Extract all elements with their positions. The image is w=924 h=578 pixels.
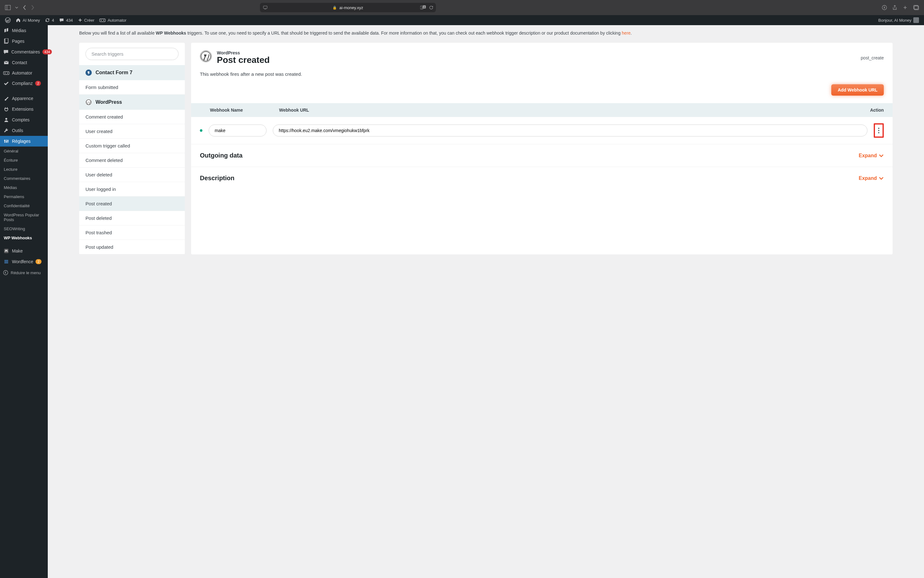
translate-icon[interactable]: 文A (420, 5, 426, 10)
trigger-item-user-logged-in[interactable]: User logged in (79, 182, 185, 196)
svg-rect-18 (3, 72, 9, 75)
share-icon[interactable] (893, 5, 897, 10)
section-title: Description (200, 175, 235, 182)
user-greeting[interactable]: Bonjour, AI Money (878, 17, 921, 23)
avatar (913, 17, 919, 23)
action-menu-highlight (874, 123, 884, 138)
comments-link[interactable]: 434 (57, 15, 75, 25)
brush-icon (3, 96, 10, 101)
sidebar-item-apparence[interactable]: Apparence (0, 93, 48, 104)
sidebar-item-comptes[interactable]: Comptes (0, 114, 48, 125)
svg-point-21 (5, 118, 7, 120)
trigger-item-post-deleted[interactable]: Post deleted (79, 211, 185, 226)
sidebar-item-make[interactable]: Make (0, 245, 48, 256)
section-title: Outgoing data (200, 152, 243, 159)
section-outgoing-data: Outgoing data Expand (191, 144, 893, 167)
collapse-menu[interactable]: Réduire le menu (0, 267, 48, 278)
wordpress-icon (86, 99, 92, 106)
sidebar-sub-wp-webhooks[interactable]: WP Webhooks (0, 233, 48, 242)
integration-name: WordPress (217, 50, 856, 55)
media-icon (3, 28, 10, 33)
sidebar-sub-confidentialité[interactable]: Confidentialité (0, 201, 48, 210)
docs-link[interactable]: here (621, 31, 631, 36)
intro-text: Below you will find a list of all availa… (54, 25, 918, 43)
download-icon[interactable] (882, 5, 887, 10)
sidebar-item-pages[interactable]: Pages (0, 36, 48, 47)
status-dot (200, 129, 202, 132)
trigger-item-comment-deleted[interactable]: Comment deleted (79, 153, 185, 167)
svg-point-29 (3, 270, 8, 275)
svg-text:文: 文 (421, 6, 423, 9)
new-tab-icon[interactable] (903, 5, 908, 10)
search-triggers-input[interactable] (86, 48, 178, 60)
automator-link[interactable]: Automator (97, 15, 129, 25)
sidebar-item-commentaires[interactable]: Commentaires434 (0, 47, 48, 57)
sidebar-sub-commentaires[interactable]: Commentaires (0, 174, 48, 183)
sidebar-sub-lecture[interactable]: Lecture (0, 165, 48, 174)
chevron-down-icon (879, 154, 884, 157)
sidebar-sub-permaliens[interactable]: Permaliens (0, 192, 48, 201)
trigger-item-post-updated[interactable]: Post updated (79, 240, 185, 255)
url-bar[interactable]: 🔒 ai-money.xyz 文A (260, 3, 436, 12)
wp-logo[interactable] (3, 15, 13, 25)
cf7-icon (86, 70, 92, 76)
lock-icon: 🔒 (333, 6, 337, 10)
svg-rect-2 (263, 6, 267, 8)
svg-rect-22 (5, 140, 5, 143)
chevron-down-icon (879, 177, 884, 180)
sidebar-item-automator[interactable]: Automator (0, 68, 48, 78)
sidebar-sub-médias[interactable]: Médias (0, 183, 48, 192)
badge: 434 (42, 49, 52, 54)
sidebar-toggle-icon[interactable] (5, 5, 11, 10)
page-icon (3, 38, 10, 44)
forward-button[interactable] (31, 5, 35, 10)
sidebar-sub-wordpress-popular-posts[interactable]: WordPress Popular Posts (0, 210, 48, 224)
svg-rect-23 (6, 140, 6, 143)
webhook-url-input[interactable] (273, 125, 867, 136)
back-button[interactable] (23, 5, 26, 10)
badge: 2 (35, 81, 41, 86)
sidebar-sub-seowriting[interactable]: SEOWriting (0, 224, 48, 233)
svg-point-20 (7, 73, 8, 73)
trigger-item-form-submitted[interactable]: Form submitted (79, 80, 185, 95)
trigger-item-user-created[interactable]: User created (79, 124, 185, 139)
sidebar-sub-écriture[interactable]: Écriture (0, 156, 48, 165)
sidebar-item-complianz[interactable]: Complianz2 (0, 78, 48, 89)
user-icon (3, 117, 10, 123)
trigger-item-custom-trigger-called[interactable]: Custom trigger called (79, 139, 185, 153)
sidebar-sub-général[interactable]: Général (0, 146, 48, 156)
settings-icon (3, 138, 10, 144)
svg-rect-26 (6, 141, 7, 142)
expand-button[interactable]: Expand (859, 153, 884, 159)
url-text: ai-money.xyz (340, 5, 363, 10)
sidebar-item-extensions[interactable]: Extensions (0, 104, 48, 114)
sidebar-item-wordfence[interactable]: Wordfence2 (0, 256, 48, 267)
tabs-icon[interactable] (913, 5, 919, 10)
trigger-slug: post_create (861, 55, 884, 60)
expand-button[interactable]: Expand (859, 175, 884, 181)
updates-link[interactable]: 4 (42, 15, 57, 25)
sidebar-item-médias[interactable]: Médias (0, 25, 48, 36)
site-link[interactable]: AI Money (13, 15, 42, 25)
sidebar-item-réglages[interactable]: Réglages (0, 136, 48, 146)
badge: 2 (36, 259, 41, 264)
device-icon (263, 6, 267, 10)
reload-icon[interactable] (429, 5, 434, 10)
trigger-item-user-deleted[interactable]: User deleted (79, 167, 185, 182)
trigger-item-comment-created[interactable]: Comment created (79, 110, 185, 124)
wordpress-logo-icon (200, 50, 212, 62)
tool-icon (3, 128, 10, 133)
chevron-down-icon[interactable] (15, 6, 18, 8)
webhook-name-input[interactable] (209, 125, 267, 136)
action-menu-button[interactable] (876, 128, 881, 133)
sidebar-item-outils[interactable]: Outils (0, 125, 48, 136)
trigger-group-contact-form-7: Contact Form 7 (79, 65, 185, 80)
trigger-item-post-created[interactable]: Post created (79, 196, 185, 211)
trigger-item-post-trashed[interactable]: Post trashed (79, 226, 185, 240)
add-webhook-url-button[interactable]: Add Webhook URL (831, 84, 884, 96)
sidebar-item-contact[interactable]: Contact (0, 57, 48, 68)
svg-text:A: A (424, 6, 425, 8)
wp-admin-bar: AI Money 4 434 Créer Automator Bonjour, … (0, 15, 924, 25)
create-link[interactable]: Créer (75, 15, 97, 25)
webhook-row (191, 117, 893, 144)
